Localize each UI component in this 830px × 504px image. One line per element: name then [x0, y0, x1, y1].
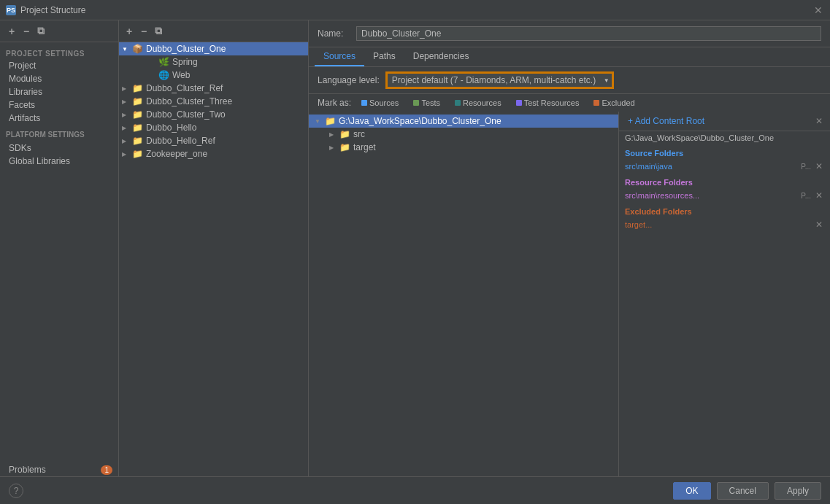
problems-badge: 1: [101, 465, 112, 475]
add-content-root-button[interactable]: + Add Content Root: [625, 115, 707, 128]
bottom-bar: ? OK Cancel Apply: [0, 476, 830, 504]
spring-item[interactable]: 🌿 Spring: [137, 55, 308, 69]
sources-color-dot: [361, 100, 367, 106]
language-level-row: Language level: Project default (7 - Dia…: [309, 67, 830, 94]
sidebar-item-sdks[interactable]: SDKs: [0, 141, 118, 155]
file-src-item[interactable]: ▶ 📁 src: [309, 128, 618, 141]
name-row: Name:: [309, 20, 830, 47]
module-item-zookeeper[interactable]: ▶ 📁 Zookeeper_one: [119, 147, 308, 160]
module-item-dubbo-hello[interactable]: ▶ 📁 Dubbo_Hello: [119, 121, 308, 134]
root-path: G:\Java_WorkSpace\Dubbo_Cluster_One: [339, 116, 502, 126]
close-button[interactable]: ✕: [812, 4, 824, 16]
tab-paths[interactable]: Paths: [364, 47, 404, 66]
mark-resources-label: Resources: [463, 98, 502, 107]
arrow6: ▶: [122, 138, 129, 144]
ok-button[interactable]: OK: [673, 482, 710, 500]
module-label7: Zookeeper_one: [146, 149, 207, 159]
mark-as-label: Mark as:: [318, 98, 351, 108]
resource-folder-actions: P... ✕: [801, 190, 824, 201]
tree-remove-button[interactable]: −: [138, 26, 150, 37]
excluded-folder-actions: ✕: [814, 220, 824, 230]
module-item-dubbo-cluster-three[interactable]: ▶ 📁 Dubbo_Cluster_Three: [119, 95, 308, 108]
remove-button[interactable]: −: [20, 26, 32, 37]
bottom-buttons: OK Cancel Apply: [673, 482, 821, 500]
arrow5: ▶: [122, 125, 129, 131]
module-item-dubbo-cluster-one[interactable]: ▼ 📦 Dubbo_Cluster_One: [119, 42, 308, 55]
tabs-row: Sources Paths Dependencies: [309, 47, 830, 67]
sidebar-item-modules[interactable]: Modules: [0, 72, 118, 85]
window-title: Project Structure: [20, 5, 85, 15]
mark-as-resources[interactable]: Resources: [450, 97, 506, 109]
mark-as-excluded[interactable]: Excluded: [589, 97, 639, 109]
resources-color-dot: [455, 100, 461, 106]
arrow3: ▶: [122, 98, 129, 105]
language-level-label: Language level:: [318, 75, 380, 85]
module-item-dubbo-hello-ref[interactable]: ▶ 📁 Dubbo_Hello_Ref: [119, 134, 308, 147]
resource-folders-header: Resource Folders: [619, 174, 830, 188]
file-target-item[interactable]: ▶ 📁 target: [309, 141, 618, 154]
sidebar-item-libraries[interactable]: Libraries: [0, 85, 118, 98]
resource-folder-p-button[interactable]: P...: [801, 192, 811, 200]
add-button[interactable]: +: [6, 26, 18, 37]
test-resources-color-dot: [516, 100, 522, 106]
problems-label: Problems: [9, 465, 46, 475]
folder-icon7: 📁: [132, 149, 143, 159]
web-item[interactable]: 🌐 Web: [137, 69, 308, 82]
target-folder-icon: 📁: [339, 142, 350, 152]
sidebar-item-artifacts[interactable]: Artifacts: [0, 112, 118, 125]
sidebar: + − ⧉ Project Settings Project Modules L…: [0, 20, 119, 476]
right-panel: + Add Content Root ✕ G:\Java_WorkSpace\D…: [618, 112, 830, 476]
folder-icon4: 📁: [132, 109, 143, 120]
root-path-label: G:\Java_WorkSpace\Dubbo_Cluster_One: [625, 133, 824, 142]
tab-sources[interactable]: Sources: [315, 47, 364, 66]
copy-button[interactable]: ⧉: [35, 26, 47, 37]
folder-icon6: 📁: [132, 136, 143, 146]
source-folder-remove-button[interactable]: ✕: [814, 161, 824, 171]
project-settings-header: Project Settings: [0, 47, 118, 59]
source-folder-path: src\main\java: [625, 162, 801, 171]
mark-tests-label: Tests: [421, 98, 440, 107]
tree-copy-button[interactable]: ⧉: [153, 26, 164, 37]
platform-settings-header: Platform Settings: [0, 129, 118, 140]
source-folder-p-button[interactable]: P...: [801, 163, 811, 171]
name-input[interactable]: [356, 26, 821, 41]
help-icon: ?: [14, 486, 19, 496]
name-label: Name:: [318, 28, 350, 39]
apply-button[interactable]: Apply: [775, 482, 821, 500]
mark-sources-label: Sources: [369, 98, 399, 107]
file-root-item[interactable]: ▼ 📁 G:\Java_WorkSpace\Dubbo_Cluster_One: [309, 115, 618, 128]
module-children: 🌿 Spring 🌐 Web: [119, 55, 308, 82]
cancel-button[interactable]: Cancel: [717, 482, 769, 500]
sidebar-item-problems[interactable]: Problems 1: [0, 463, 118, 476]
tree-toolbar: + − ⧉: [119, 20, 308, 42]
mark-as-test-resources[interactable]: Test Resources: [512, 97, 584, 109]
mark-as-row: Mark as: Sources Tests Resources Test Re…: [309, 94, 830, 112]
source-folder-actions: P... ✕: [801, 161, 824, 171]
language-level-select[interactable]: Project default (7 - Diamonds, ARM, mult…: [387, 73, 612, 88]
target-label: target: [353, 142, 376, 152]
arrow4: ▶: [122, 112, 129, 118]
sidebar-item-global-libraries[interactable]: Global Libraries: [0, 155, 118, 168]
module-label5: Dubbo_Hello: [146, 123, 196, 133]
help-button[interactable]: ?: [9, 484, 23, 498]
module-item-dubbo-cluster-two[interactable]: ▶ 📁 Dubbo_Cluster_Two: [119, 108, 308, 121]
tab-dependencies[interactable]: Dependencies: [404, 47, 478, 66]
excluded-folder-remove-button[interactable]: ✕: [814, 220, 824, 230]
close-panel-button[interactable]: ✕: [814, 116, 824, 126]
mark-excluded-label: Excluded: [602, 98, 634, 107]
spring-label: Spring: [172, 57, 198, 67]
src-folder-icon: 📁: [339, 129, 350, 139]
app-icon: PS: [6, 5, 16, 15]
language-level-wrapper: Project default (7 - Diamonds, ARM, mult…: [385, 71, 614, 89]
sidebar-item-facets[interactable]: Facets: [0, 98, 118, 112]
module-item-dubbo-cluster-ref[interactable]: ▶ 📁 Dubbo_Cluster_Ref: [119, 82, 308, 95]
tree-add-button[interactable]: +: [123, 26, 135, 37]
src-label: src: [353, 129, 365, 139]
sidebar-item-project[interactable]: Project: [0, 59, 118, 72]
resource-folder-remove-button[interactable]: ✕: [814, 190, 824, 201]
src-arrow: ▶: [329, 131, 337, 138]
mark-as-sources[interactable]: Sources: [357, 97, 403, 109]
module-label6: Dubbo_Hello_Ref: [146, 136, 215, 146]
mark-as-tests[interactable]: Tests: [409, 97, 445, 109]
add-root-label: + Add Content Root: [628, 116, 704, 126]
